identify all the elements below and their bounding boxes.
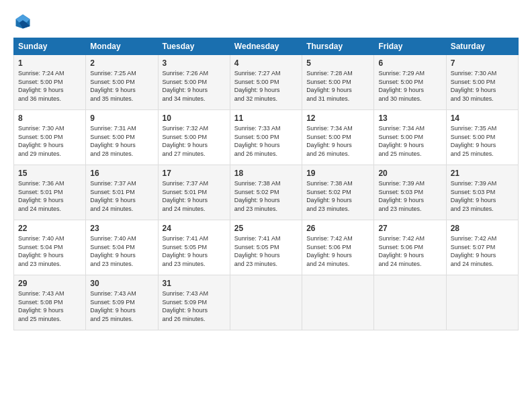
day-number: 25 (234, 224, 298, 233)
calendar-cell: 12Sunrise: 7:34 AMSunset: 5:00 PMDayligh… (302, 110, 374, 165)
calendar-table: SundayMondayTuesdayWednesdayThursdayFrid… (13, 38, 519, 330)
calendar-cell: 6Sunrise: 7:29 AMSunset: 5:00 PMDaylight… (374, 55, 446, 110)
weekday-header: Monday (86, 38, 158, 55)
day-number: 10 (163, 113, 226, 123)
logo-icon (13, 12, 32, 31)
cell-info: Sunrise: 7:34 AMSunset: 5:00 PMDaylight:… (378, 124, 441, 158)
calendar-cell: 29Sunrise: 7:43 AMSunset: 5:08 PMDayligh… (14, 275, 86, 330)
cell-info: Sunrise: 7:40 AMSunset: 5:04 PMDaylight:… (18, 234, 81, 268)
calendar-week-row: 15Sunrise: 7:36 AMSunset: 5:01 PMDayligh… (14, 165, 519, 220)
cell-info: Sunrise: 7:30 AMSunset: 5:00 PMDaylight:… (18, 124, 81, 158)
cell-info: Sunrise: 7:37 AMSunset: 5:01 PMDaylight:… (90, 179, 153, 213)
cell-info: Sunrise: 7:41 AMSunset: 5:05 PMDaylight:… (163, 234, 226, 268)
day-number: 26 (306, 224, 369, 233)
cell-info: Sunrise: 7:42 AMSunset: 5:07 PMDaylight:… (451, 234, 514, 268)
cell-info: Sunrise: 7:41 AMSunset: 5:05 PMDaylight:… (234, 234, 298, 268)
day-number: 30 (90, 279, 153, 288)
weekday-header: Friday (374, 38, 446, 55)
day-number: 13 (378, 113, 441, 123)
cell-info: Sunrise: 7:38 AMSunset: 5:02 PMDaylight:… (306, 179, 369, 213)
day-number: 9 (90, 113, 153, 123)
calendar-cell: 8Sunrise: 7:30 AMSunset: 5:00 PMDaylight… (14, 110, 86, 165)
cell-info: Sunrise: 7:43 AMSunset: 5:08 PMDaylight:… (18, 289, 81, 323)
day-number: 11 (234, 113, 298, 123)
day-number: 22 (18, 224, 81, 233)
calendar-cell: 10Sunrise: 7:32 AMSunset: 5:00 PMDayligh… (158, 110, 230, 165)
cell-info: Sunrise: 7:42 AMSunset: 5:06 PMDaylight:… (306, 234, 369, 268)
calendar-cell: 22Sunrise: 7:40 AMSunset: 5:04 PMDayligh… (14, 220, 86, 275)
cell-info: Sunrise: 7:43 AMSunset: 5:09 PMDaylight:… (90, 289, 153, 323)
day-number: 3 (163, 58, 226, 68)
cell-info: Sunrise: 7:25 AMSunset: 5:00 PMDaylight:… (90, 69, 153, 103)
day-number: 7 (451, 58, 514, 68)
cell-info: Sunrise: 7:36 AMSunset: 5:01 PMDaylight:… (18, 179, 81, 213)
calendar-cell: 11Sunrise: 7:33 AMSunset: 5:00 PMDayligh… (230, 110, 302, 165)
day-number: 6 (378, 58, 441, 68)
weekday-header: Tuesday (158, 38, 230, 55)
day-number: 28 (451, 224, 514, 233)
day-number: 19 (306, 169, 369, 178)
cell-info: Sunrise: 7:39 AMSunset: 5:03 PMDaylight:… (451, 179, 514, 213)
day-number: 14 (451, 113, 514, 123)
cell-info: Sunrise: 7:26 AMSunset: 5:00 PMDaylight:… (163, 69, 226, 103)
calendar-cell: 23Sunrise: 7:40 AMSunset: 5:04 PMDayligh… (86, 220, 158, 275)
day-number: 16 (90, 169, 153, 178)
calendar-cell: 5Sunrise: 7:28 AMSunset: 5:00 PMDaylight… (302, 55, 374, 110)
cell-info: Sunrise: 7:39 AMSunset: 5:03 PMDaylight:… (378, 179, 441, 213)
weekday-header: Saturday (446, 38, 518, 55)
day-number: 17 (163, 169, 226, 178)
calendar-cell: 2Sunrise: 7:25 AMSunset: 5:00 PMDaylight… (86, 55, 158, 110)
calendar-cell (302, 275, 374, 330)
calendar-cell: 3Sunrise: 7:26 AMSunset: 5:00 PMDaylight… (158, 55, 230, 110)
cell-info: Sunrise: 7:34 AMSunset: 5:00 PMDaylight:… (306, 124, 369, 158)
logo (13, 12, 35, 31)
day-number: 31 (163, 279, 226, 288)
calendar-cell: 14Sunrise: 7:35 AMSunset: 5:00 PMDayligh… (446, 110, 518, 165)
day-number: 4 (234, 58, 298, 68)
calendar-cell: 7Sunrise: 7:30 AMSunset: 5:00 PMDaylight… (446, 55, 518, 110)
cell-info: Sunrise: 7:42 AMSunset: 5:06 PMDaylight:… (378, 234, 441, 268)
day-number: 2 (90, 58, 153, 68)
calendar-cell (446, 275, 518, 330)
header (13, 12, 519, 31)
day-number: 5 (306, 58, 369, 68)
calendar-cell: 4Sunrise: 7:27 AMSunset: 5:00 PMDaylight… (230, 55, 302, 110)
day-number: 8 (18, 113, 81, 123)
calendar-cell: 27Sunrise: 7:42 AMSunset: 5:06 PMDayligh… (374, 220, 446, 275)
calendar-cell (230, 275, 302, 330)
calendar-cell: 24Sunrise: 7:41 AMSunset: 5:05 PMDayligh… (158, 220, 230, 275)
day-number: 21 (451, 169, 514, 178)
day-number: 1 (18, 58, 81, 68)
cell-info: Sunrise: 7:37 AMSunset: 5:01 PMDaylight:… (163, 179, 226, 213)
weekday-header: Sunday (14, 38, 86, 55)
calendar-cell: 17Sunrise: 7:37 AMSunset: 5:01 PMDayligh… (158, 165, 230, 220)
day-number: 18 (234, 169, 298, 178)
calendar-cell: 26Sunrise: 7:42 AMSunset: 5:06 PMDayligh… (302, 220, 374, 275)
calendar-week-row: 8Sunrise: 7:30 AMSunset: 5:00 PMDaylight… (14, 110, 519, 165)
calendar-cell: 28Sunrise: 7:42 AMSunset: 5:07 PMDayligh… (446, 220, 518, 275)
calendar-cell (374, 275, 446, 330)
day-number: 15 (18, 169, 81, 178)
cell-info: Sunrise: 7:33 AMSunset: 5:00 PMDaylight:… (234, 124, 298, 158)
day-number: 12 (306, 113, 369, 123)
calendar-week-row: 22Sunrise: 7:40 AMSunset: 5:04 PMDayligh… (14, 220, 519, 275)
calendar-cell: 9Sunrise: 7:31 AMSunset: 5:00 PMDaylight… (86, 110, 158, 165)
calendar-cell: 18Sunrise: 7:38 AMSunset: 5:02 PMDayligh… (230, 165, 302, 220)
cell-info: Sunrise: 7:31 AMSunset: 5:00 PMDaylight:… (90, 124, 153, 158)
page: SundayMondayTuesdayWednesdayThursdayFrid… (0, 0, 532, 337)
cell-info: Sunrise: 7:29 AMSunset: 5:00 PMDaylight:… (378, 69, 441, 103)
cell-info: Sunrise: 7:30 AMSunset: 5:00 PMDaylight:… (451, 69, 514, 103)
cell-info: Sunrise: 7:28 AMSunset: 5:00 PMDaylight:… (306, 69, 369, 103)
cell-info: Sunrise: 7:43 AMSunset: 5:09 PMDaylight:… (163, 289, 226, 323)
calendar-cell: 1Sunrise: 7:24 AMSunset: 5:00 PMDaylight… (14, 55, 86, 110)
calendar-header: SundayMondayTuesdayWednesdayThursdayFrid… (14, 38, 519, 55)
calendar-cell: 20Sunrise: 7:39 AMSunset: 5:03 PMDayligh… (374, 165, 446, 220)
cell-info: Sunrise: 7:35 AMSunset: 5:00 PMDaylight:… (451, 124, 514, 158)
calendar-cell: 19Sunrise: 7:38 AMSunset: 5:02 PMDayligh… (302, 165, 374, 220)
day-number: 29 (18, 279, 81, 288)
calendar-cell: 30Sunrise: 7:43 AMSunset: 5:09 PMDayligh… (86, 275, 158, 330)
weekday-header: Thursday (302, 38, 374, 55)
calendar-cell: 21Sunrise: 7:39 AMSunset: 5:03 PMDayligh… (446, 165, 518, 220)
cell-info: Sunrise: 7:32 AMSunset: 5:00 PMDaylight:… (163, 124, 226, 158)
day-number: 20 (378, 169, 441, 178)
